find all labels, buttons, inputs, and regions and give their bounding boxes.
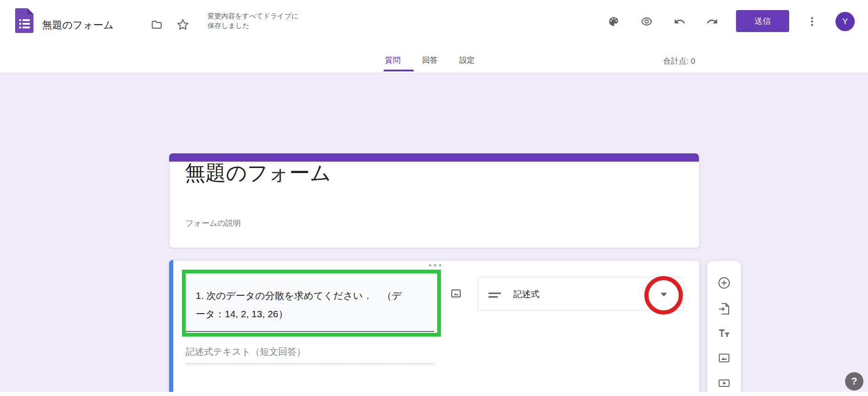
theme-palette-icon[interactable]: [608, 16, 620, 27]
save-status-line1: 変更内容をすべてドライブに: [208, 11, 298, 21]
save-status: 変更内容をすべてドライブに 保存しました: [208, 11, 298, 30]
google-forms-editor: 無題のフォーム 変更内容をすべてドライブに 保存しました: [0, 0, 868, 396]
add-question-icon[interactable]: [718, 277, 731, 289]
tab-settings[interactable]: 設定: [459, 55, 475, 65]
tab-questions[interactable]: 質問: [385, 55, 401, 65]
add-video-icon[interactable]: [718, 377, 731, 390]
redo-icon[interactable]: [706, 16, 718, 27]
form-title-input[interactable]: 無題のフォーム: [185, 159, 331, 187]
help-button[interactable]: ?: [845, 372, 863, 391]
question-type-label: 記述式: [513, 288, 539, 300]
bottom-edge: [0, 392, 868, 396]
drag-handle-icon[interactable]: [429, 264, 441, 266]
more-options-icon[interactable]: [806, 16, 818, 27]
preview-eye-icon[interactable]: [641, 16, 653, 27]
active-tab-indicator: [384, 70, 414, 71]
add-image-to-question-icon[interactable]: [450, 288, 462, 299]
forms-logo-icon[interactable]: [15, 8, 33, 33]
save-status-line2: 保存しました: [208, 21, 298, 30]
account-avatar[interactable]: Y: [835, 12, 855, 31]
top-bar: 無題のフォーム 変更内容をすべてドライブに 保存しました: [0, 0, 868, 73]
form-canvas: 無題のフォーム フォームの説明 1. 次のデータの分散を求めてください． （デー…: [0, 73, 868, 392]
form-description-input[interactable]: フォームの説明: [186, 218, 241, 228]
document-title[interactable]: 無題のフォーム: [42, 18, 114, 32]
move-folder-icon[interactable]: [151, 19, 163, 31]
tab-responses[interactable]: 回答: [422, 55, 438, 65]
question-selected-bar: [169, 260, 173, 396]
answer-underline: [186, 363, 434, 364]
total-points: 合計点: 0: [663, 56, 695, 66]
dropdown-caret-icon[interactable]: [660, 293, 667, 297]
answer-placeholder: 記述式テキスト（短文回答）: [186, 346, 306, 358]
star-icon[interactable]: [176, 18, 189, 31]
add-title-text-icon[interactable]: [718, 327, 731, 340]
question-type-dropdown[interactable]: [478, 277, 684, 311]
import-questions-icon[interactable]: [718, 302, 731, 315]
undo-icon[interactable]: [674, 16, 686, 27]
send-button[interactable]: 送信: [736, 10, 789, 32]
short-answer-icon: [488, 292, 502, 298]
add-image-icon[interactable]: [718, 352, 731, 364]
tab-bar: 質問 回答 設定: [385, 55, 475, 65]
question-text[interactable]: 1. 次のデータの分散を求めてください． （データ：14, 2, 13, 26）: [196, 287, 402, 323]
side-toolbar: [707, 261, 741, 396]
